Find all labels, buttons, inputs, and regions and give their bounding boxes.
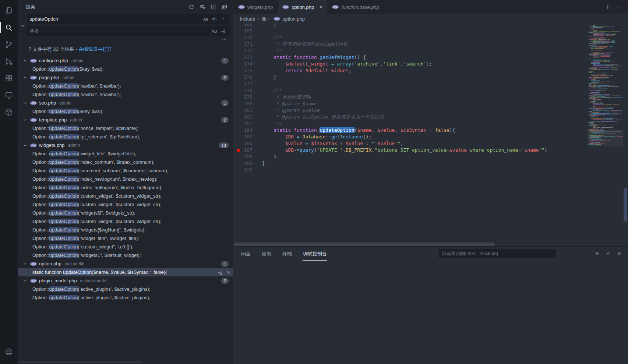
open-new-search-editor-icon[interactable]: [210, 4, 217, 10]
line-number[interactable]: 180: [233, 100, 262, 107]
breadcrumb-item[interactable]: include: [240, 16, 255, 22]
line-number[interactable]: 175: [233, 67, 262, 74]
split-editor-icon[interactable]: [604, 4, 610, 10]
line-number[interactable]: 183: [233, 120, 262, 127]
code-line[interactable]: 168 }: [233, 24, 588, 28]
search-result-match[interactable]: Option::updateOption('index_comnum', $in…: [18, 158, 233, 166]
code-line[interactable]: 174 $default_widget = array('archive','l…: [233, 61, 588, 67]
code-line[interactable]: 178 /**: [233, 87, 588, 94]
line-number[interactable]: 185: [233, 134, 262, 140]
debug-filter-input[interactable]: [439, 249, 556, 258]
activitybar-explorer[interactable]: [0, 2, 18, 19]
search-result-match[interactable]: Option::updateOption($key, $val);: [18, 107, 233, 116]
search-input[interactable]: [29, 16, 202, 22]
code-line[interactable]: 169: [233, 28, 588, 34]
search-result-match[interactable]: Option::updateOption('comment_subnum', $…: [18, 166, 233, 175]
scrollbar-thumb[interactable]: [233, 243, 495, 246]
search-result-match[interactable]: Option::updateOption('tpl_sidenum', $tpl…: [18, 132, 233, 141]
line-number[interactable]: 173: [233, 54, 262, 61]
code-line[interactable]: 190: [233, 167, 588, 173]
toggle-replace-button[interactable]: [21, 24, 27, 43]
search-result-file-row[interactable]: phpwidgets.phpadmin13: [18, 141, 233, 149]
line-number[interactable]: 182: [233, 114, 262, 120]
collapse-all-icon[interactable]: [221, 4, 228, 10]
search-result-match[interactable]: Option::updateOption('widget_title', $wi…: [18, 149, 233, 158]
replace-icon[interactable]: [217, 270, 222, 275]
activitybar-extensions[interactable]: [0, 70, 18, 87]
line-number[interactable]: 176: [233, 74, 262, 81]
search-result-match[interactable]: Option::updateOption("widgets{$wgNum}", …: [18, 226, 233, 234]
line-number[interactable]: 187: [233, 147, 262, 153]
minimap[interactable]: [588, 24, 623, 246]
line-number[interactable]: 179: [233, 94, 262, 100]
search-result-file-row[interactable]: phpoption.phpinclude/lib1: [18, 259, 233, 268]
panel-tab-终端[interactable]: 终端: [282, 247, 292, 261]
code-line[interactable]: 175 return $default_widget;: [233, 67, 588, 74]
code-line[interactable]: 171 * 获取初始安装时的widget列表: [233, 41, 588, 47]
line-number[interactable]: 184: [233, 127, 262, 134]
search-result-match[interactable]: Option::updateOption('navibar', $navibar…: [18, 82, 233, 90]
search-result-match[interactable]: Option::updateOption('active_plugins', $…: [18, 285, 233, 293]
editor-tab-widgets-php[interactable]: phpwidgets.php: [233, 0, 278, 14]
code-line[interactable]: 170 /**: [233, 34, 588, 41]
code-line[interactable]: 173 static function getDefWidget() {: [233, 54, 588, 61]
activitybar-packages[interactable]: [0, 104, 18, 121]
search-result-match[interactable]: Option::updateOption("widgets$i", $widge…: [18, 209, 233, 217]
activitybar-remote-explorer[interactable]: [0, 87, 18, 104]
line-number[interactable]: 172: [233, 47, 262, 54]
code-line[interactable]: 183 */: [233, 120, 588, 127]
code-line[interactable]: 179 * 更新配置选项: [233, 94, 588, 100]
code-line[interactable]: 189}: [233, 160, 588, 167]
line-number[interactable]: 190: [233, 167, 262, 173]
clear-search-results-icon[interactable]: [199, 4, 206, 10]
panel-tab-问题[interactable]: 问题: [241, 247, 251, 261]
activitybar-search[interactable]: [0, 19, 18, 36]
scrollbar-thumb[interactable]: [624, 188, 627, 222]
search-result-match[interactable]: Option::updateOption('custom_widget', $c…: [18, 192, 233, 200]
breadcrumb-item[interactable]: phpoption.php: [273, 16, 305, 22]
chevron-down-icon[interactable]: [23, 261, 28, 266]
refresh-icon[interactable]: [188, 4, 195, 10]
line-number[interactable]: 181: [233, 107, 262, 114]
search-result-file-row[interactable]: phpconfigure.phpadmin1: [18, 56, 233, 65]
code-line[interactable]: 172 */: [233, 47, 588, 54]
chevron-down-icon[interactable]: [23, 117, 28, 123]
search-result-match[interactable]: Option::updateOption('index_newlognum', …: [18, 175, 233, 183]
panel-tab-输出[interactable]: 输出: [261, 247, 272, 261]
search-result-match[interactable]: Option::updateOption('custom_widget', $c…: [18, 217, 233, 226]
editor-tab-function-base-php[interactable]: phpfunction.base.php: [327, 0, 384, 14]
activitybar-accounts[interactable]: [0, 343, 18, 360]
line-number[interactable]: 189: [233, 160, 262, 167]
code-editor[interactable]: 168 }169170 /**171 * 获取初始安装时的widget列表172…: [233, 24, 588, 246]
search-result-match[interactable]: Option::updateOption("custom_widget", 'a…: [18, 243, 233, 251]
line-number[interactable]: 186: [233, 140, 262, 147]
line-number[interactable]: 188: [233, 153, 262, 160]
search-details-button[interactable]: ⋯: [220, 37, 229, 43]
maximize-panel-icon[interactable]: [605, 251, 611, 257]
search-result-file-row[interactable]: phptemplate.phpadmin2: [18, 116, 233, 124]
line-number[interactable]: 170: [233, 34, 262, 41]
editor-tab-option-php[interactable]: phpoption.php✕: [278, 0, 327, 14]
code-line[interactable]: 188 }: [233, 153, 588, 160]
search-result-match[interactable]: Option::updateOption("widget_title", $wi…: [18, 234, 233, 243]
search-result-file-row[interactable]: phppage.phpadmin2: [18, 73, 233, 82]
panel-tab-调试控制台[interactable]: 调试控制台: [303, 247, 327, 261]
sidebar-horizontal-scrollbar[interactable]: [18, 361, 142, 363]
open-in-editor-link[interactable]: 在编辑器中打开: [78, 46, 112, 52]
code-line[interactable]: 181 * @param $value: [233, 107, 588, 114]
search-result-file-row[interactable]: phpseo.phpadmin1: [18, 99, 233, 107]
line-number[interactable]: 177: [233, 81, 262, 87]
code-line[interactable]: 185 $DB = Database::getInstance();: [233, 134, 588, 140]
editor-vertical-scrollbar[interactable]: [623, 24, 628, 246]
line-number[interactable]: 168: [233, 24, 262, 28]
more-actions-icon[interactable]: [616, 4, 622, 10]
preserve-case-icon[interactable]: AB: [211, 28, 218, 35]
activitybar-run-and-debug[interactable]: [0, 53, 18, 70]
activitybar-source-control[interactable]: [0, 36, 18, 53]
whole-word-icon[interactable]: ab: [211, 15, 218, 23]
line-number[interactable]: 174: [233, 61, 262, 67]
code-line[interactable]: 187 $DB->query('UPDATE '.DB_PREFIX."opti…: [233, 147, 588, 153]
minimap-slider[interactable]: [588, 130, 623, 146]
chevron-down-icon[interactable]: [23, 75, 28, 80]
search-result-match[interactable]: static function updateOption($name, $val…: [18, 268, 233, 276]
